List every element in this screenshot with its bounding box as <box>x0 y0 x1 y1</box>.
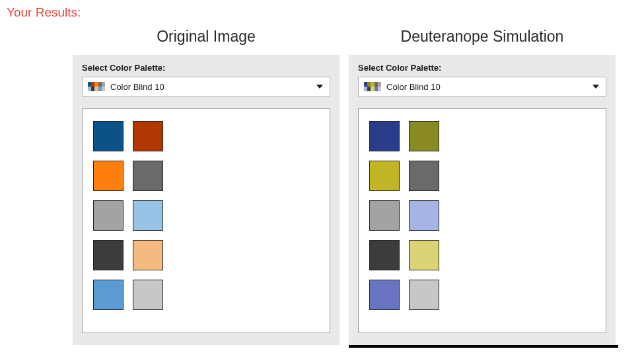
panel-body-deuteranope: Select Color Palette: Color Blind 10 <box>349 55 616 345</box>
color-swatch <box>409 121 439 151</box>
color-swatch <box>409 280 439 310</box>
color-swatch <box>133 240 163 270</box>
panels-container: Original Image Select Color Palette: Col… <box>7 28 637 345</box>
color-swatch <box>409 200 439 231</box>
color-swatch <box>369 240 400 270</box>
color-swatch <box>93 161 124 191</box>
swatch-grid-original <box>93 121 319 310</box>
color-swatch <box>93 121 124 151</box>
color-swatch <box>369 200 400 231</box>
palette-dropdown-original[interactable]: Color Blind 10 <box>82 77 330 97</box>
color-swatch <box>133 200 163 231</box>
swatch-grid-deuteranope <box>369 121 595 310</box>
color-swatch <box>409 240 439 270</box>
swatch-box-original <box>82 108 330 333</box>
color-swatch <box>93 240 124 270</box>
thumb-cell <box>102 87 105 91</box>
thumb-cell <box>378 82 381 87</box>
color-swatch <box>133 161 163 191</box>
palette-dropdown-text: Color Blind 10 <box>110 82 164 92</box>
chevron-down-icon <box>316 85 323 89</box>
color-swatch <box>409 161 439 191</box>
palette-label-deuteranope: Select Color Palette: <box>358 63 606 73</box>
color-swatch <box>369 280 400 310</box>
results-header: Your Results: <box>7 5 637 20</box>
panel-deuteranope: Deuteranope Simulation Select Color Pale… <box>349 28 616 345</box>
palette-label-original: Select Color Palette: <box>82 63 330 73</box>
color-swatch <box>93 280 124 310</box>
panel-body-original: Select Color Palette: Color Blind 10 <box>73 55 340 345</box>
chevron-down-icon <box>592 85 599 89</box>
palette-thumb-icon <box>88 82 105 91</box>
color-swatch <box>93 200 124 231</box>
panel-original: Original Image Select Color Palette: Col… <box>73 28 340 345</box>
palette-dropdown-text: Color Blind 10 <box>386 82 441 92</box>
palette-thumb-icon <box>364 82 381 91</box>
thumb-cell <box>102 82 105 87</box>
color-swatch <box>133 121 163 151</box>
color-swatch <box>369 161 400 191</box>
panel-title-original: Original Image <box>157 28 256 46</box>
thumb-cell <box>378 87 381 91</box>
color-swatch <box>369 121 400 151</box>
color-swatch <box>133 280 163 310</box>
panel-title-deuteranope: Deuteranope Simulation <box>401 28 564 46</box>
palette-dropdown-deuteranope[interactable]: Color Blind 10 <box>358 77 606 97</box>
swatch-box-deuteranope <box>358 108 606 333</box>
